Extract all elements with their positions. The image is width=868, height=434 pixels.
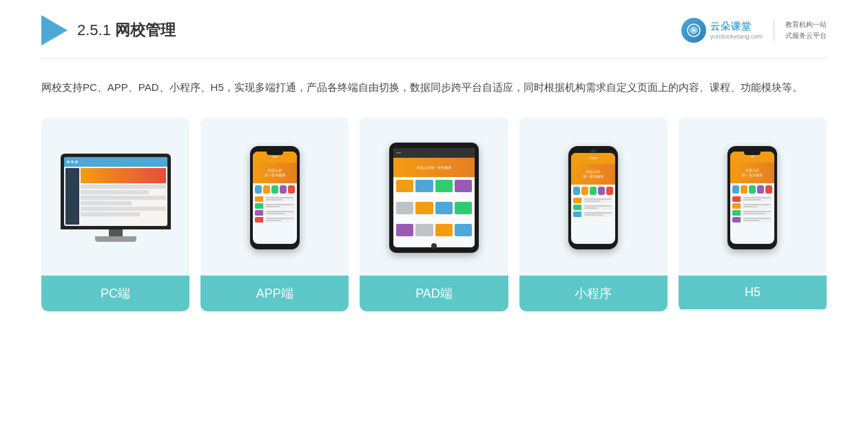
header-left: 2.5.1 网校管理 (41, 15, 176, 45)
brand-text: 云朵课堂 yunduoketang.com (710, 21, 763, 40)
card-miniprogram-image: 小程序 轻进人的第一堂兴趣课 (519, 117, 668, 276)
card-h5: H5 轻进人的第一堂兴趣课 (679, 117, 827, 311)
device-phone-mini: 小程序 轻进人的第一堂兴趣课 (568, 146, 618, 249)
card-pad: ●●● 轻进人的第一堂兴趣课 (360, 117, 508, 311)
phone-mini-screen: 小程序 轻进人的第一堂兴趣课 (571, 153, 615, 244)
card-app-label: APP端 (200, 276, 349, 311)
card-pc-label: PC端 (41, 276, 189, 311)
brand-divider (774, 20, 774, 41)
page-container: 2.5.1 网校管理 云朵课堂 yunduoketang.com (0, 0, 868, 434)
phone-app-screen: ●●● 轻进人的第一堂兴趣课 (253, 152, 297, 244)
card-miniprogram-label: 小程序 (519, 276, 668, 311)
brand-tagline: 教育机构一站 式服务云平台 (785, 19, 827, 41)
phone-h5-screen: H5 轻进人的第一堂兴趣课 (730, 152, 774, 244)
card-pad-image: ●●● 轻进人的第一堂兴趣课 (360, 117, 508, 276)
card-pad-label: PAD端 (360, 276, 508, 311)
device-tablet: ●●● 轻进人的第一堂兴趣课 (389, 143, 479, 253)
page-title: 2.5.1 网校管理 (77, 20, 176, 41)
device-phone-app: ●●● 轻进人的第一堂兴趣课 (250, 146, 300, 249)
desktop-monitor (61, 154, 171, 229)
tablet-screen: ●●● 轻进人的第一堂兴趣课 (393, 148, 475, 247)
header: 2.5.1 网校管理 云朵课堂 yunduoketang.com (41, 0, 827, 59)
card-miniprogram: 小程序 轻进人的第一堂兴趣课 (519, 117, 668, 311)
desktop-screen (64, 157, 167, 226)
brand-logo: 云朵课堂 yunduoketang.com (681, 18, 763, 43)
card-h5-label: H5 (679, 276, 827, 309)
logo-triangle (41, 15, 68, 45)
description-text: 网校支持PC、APP、PAD、小程序、H5，实现多端打通，产品各终端自由切换，数… (41, 59, 827, 110)
card-pc: PC端 (41, 117, 189, 311)
cards-container: PC端 ●●● 轻进人的第一堂兴趣课 (41, 117, 827, 311)
device-phone-h5: H5 轻进人的第一堂兴趣课 (727, 146, 777, 249)
card-app: ●●● 轻进人的第一堂兴趣课 (200, 117, 349, 311)
device-desktop (61, 154, 171, 242)
card-pc-image (41, 117, 189, 276)
card-h5-image: H5 轻进人的第一堂兴趣课 (679, 117, 827, 276)
brand-icon (681, 18, 706, 43)
svg-point-1 (692, 28, 696, 32)
desktop-screen-top (64, 157, 167, 167)
brand-area: 云朵课堂 yunduoketang.com 教育机构一站 式服务云平台 (681, 18, 827, 43)
card-app-image: ●●● 轻进人的第一堂兴趣课 (200, 117, 349, 276)
